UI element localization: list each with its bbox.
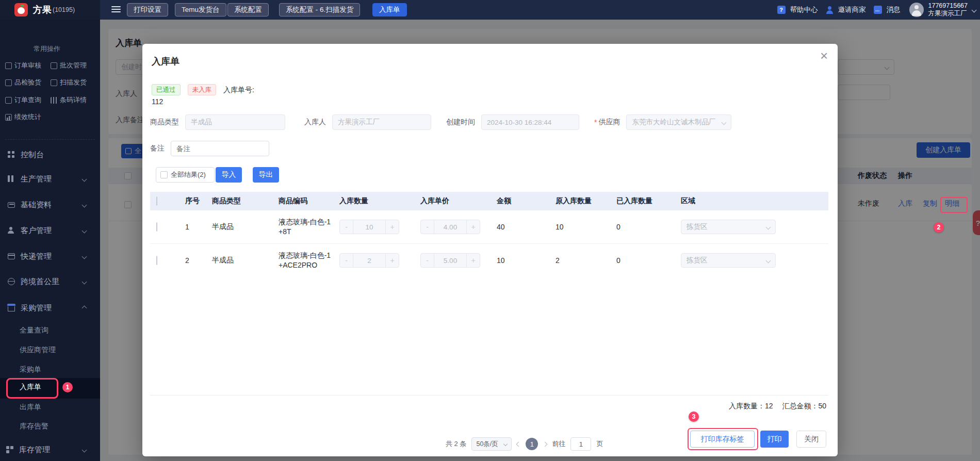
message-icon: … [874,6,882,14]
chevron-down-icon [82,228,87,233]
tab-inbound-order[interactable]: 入库单 [372,3,407,17]
total-qty: 入库数量：12 [729,402,773,410]
increase-icon: + [466,254,480,267]
prev-page-icon[interactable] [516,441,521,447]
sidebar-item-quality-check[interactable]: 品检验货 [5,78,41,87]
status-badge-not-stored: 未入库 [188,84,217,95]
sidebar-item-express[interactable]: 快递管理 [0,248,100,265]
sidebar-item-basic-data[interactable]: 基础资料 [0,196,100,213]
next-page-icon[interactable] [543,441,548,447]
invite-merchant-link[interactable]: 邀请商家 [838,5,866,14]
sidebar-item-order-review[interactable]: 订单审核 [5,61,41,70]
modal-title: 入库单 [152,55,179,68]
sidebar-item-scan-ship[interactable]: 扫描发货 [51,78,87,87]
console-icon [8,151,10,154]
sidebar-item-performance[interactable]: 绩效统计 [5,112,41,122]
close-button[interactable]: 关闭 [796,431,826,448]
decrease-icon: - [421,220,434,234]
price-stepper: -5.00+ [420,253,480,268]
total-count: 共 2 条 [446,439,466,449]
decrease-icon: - [340,254,353,267]
express-icon [8,253,15,259]
sidebar-item-purchase-order[interactable]: 采购单 [20,365,41,374]
sidebar-item-procurement[interactable]: 采购管理 [0,299,100,317]
chevron-up-icon [82,305,87,310]
row-checkbox[interactable] [156,256,157,265]
user-phone: 17769715667 [928,2,968,9]
procurement-icon [8,306,15,311]
sidebar-item-full-query[interactable]: 全量查询 [20,326,48,335]
increase-icon: + [385,220,399,234]
decrease-icon: - [421,254,434,267]
app-root: 方果 (10195) 打印设置 Temu发货台 系统配置 系统配置 - 6.扫描… [0,0,980,461]
sidebar-item-production[interactable]: 生产管理 [0,170,100,188]
inbound-order-modal: 入库单 × 已通过未入库入库单号: 112 商品类型 半成品 入库人 方果演示工… [142,44,838,456]
select-all-checkbox[interactable] [160,171,168,178]
sidebar-divider [5,139,95,140]
increase-icon: + [466,220,480,234]
top-header: 方果 (10195) 打印设置 Temu发货台 系统配置 系统配置 - 6.扫描… [0,0,980,20]
product-type-input: 半成品 [185,114,285,130]
annotation-badge-2: 2 [934,222,944,233]
message-link[interactable]: 消息 [887,5,901,14]
table-row: 1 半成品 液态玻璃-白色-1+8T -10+ -4.00+ 40 10 0 拣… [150,210,828,244]
customer-icon [9,227,12,230]
avatar[interactable] [909,3,924,17]
total-amount: 汇总金额：50 [782,402,826,410]
page-size-select[interactable]: 50条/页 [471,437,512,451]
order-review-icon [5,62,12,69]
tab-temu-dispatch[interactable]: Temu发货台 [175,3,226,17]
sidebar-item-crossborder[interactable]: 跨境首公里 [0,273,100,290]
goto-page-input[interactable] [570,437,591,451]
product-code: 液态玻璃-白色-1+8T [279,217,339,237]
status-badge-passed: 已通过 [152,84,181,95]
sidebar-item-supplier-manage[interactable]: 供应商管理 [20,345,56,355]
annotation-badge-3: 3 [689,411,699,422]
sidebar-item-barcode-detail[interactable]: 条码详情 [51,95,87,105]
items-table: 序号 商品类型 商品编码 入库数量 入库单价 金额 原入库数量 已入库数量 区域… [150,192,828,277]
import-button[interactable]: 导入 [216,167,242,183]
totals-line: 入库数量：12 汇总金额：50 [150,402,826,411]
chevron-down-icon [766,224,771,229]
tab-system-config-scan[interactable]: 系统配置 - 6.扫描发货 [279,3,360,17]
print-button[interactable]: 打印 [760,431,789,448]
order-query-icon [5,97,12,104]
annotation-box-2 [940,197,968,213]
select-all-box[interactable]: 全部结果(2) [156,167,215,183]
area-select: 拣货区 [681,220,776,234]
header-checkbox[interactable] [156,196,157,206]
chevron-down-icon [766,258,771,263]
product-code: 液态玻璃-白色-1+ACE2PRO [279,251,339,270]
current-page[interactable]: 1 [526,438,538,450]
basic-data-icon [8,202,15,208]
chevron-down-icon [82,279,87,284]
remark-input[interactable] [171,141,269,156]
sidebar-item-customer[interactable]: 客户管理 [0,222,100,239]
decrease-icon: - [340,220,353,234]
sidebar-item-outbound-order[interactable]: 出库单 [20,403,41,412]
row-checkbox[interactable] [156,222,157,232]
sidebar-item-order-query[interactable]: 订单查询 [5,95,41,105]
tab-system-config[interactable]: 系统配置 [227,3,269,17]
quality-check-icon [5,79,12,86]
sidebar-item-console[interactable]: 控制台 [0,146,100,163]
sidebar-item-stock-alert[interactable]: 库存告警 [20,422,48,431]
annotation-badge-1: 1 [62,382,73,392]
export-button[interactable]: 导出 [253,167,279,183]
menu-collapse-icon[interactable] [111,6,121,13]
help-center-link[interactable]: 帮助中心 [790,5,818,14]
user-caret-icon [972,7,977,12]
goto-label: 前往 [552,439,565,449]
annotation-box-3 [688,428,758,450]
scan-ship-icon [51,79,57,86]
tab-print-settings[interactable]: 打印设置 [127,3,168,17]
close-icon[interactable]: × [820,49,828,62]
sidebar-item-batch-manage[interactable]: 批次管理 [51,61,87,70]
user-info[interactable]: 17769715667 方果演示工厂 [928,2,968,18]
barcode-icon [51,97,57,104]
select-all-label: 全部结果(2) [171,170,206,179]
stats-icon [5,114,12,121]
chevron-down-icon [82,176,87,182]
chevron-down-icon [82,202,87,207]
sidebar-item-inventory[interactable]: 库存管理 [0,441,100,458]
